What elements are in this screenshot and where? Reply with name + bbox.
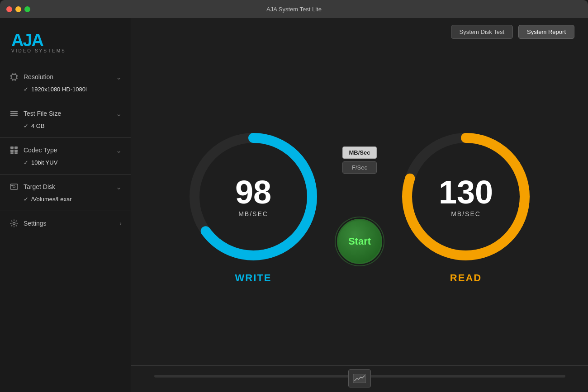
- titlebar: AJA System Test Lite: [0, 0, 588, 18]
- window-controls: [6, 6, 30, 12]
- svg-text:VIDEO SYSTEMS: VIDEO SYSTEMS: [11, 48, 66, 53]
- app-title: AJA System Test Lite: [266, 6, 322, 13]
- f-sec-button[interactable]: F/Sec: [342, 161, 377, 174]
- close-button[interactable]: [6, 6, 12, 12]
- test-file-size-section: Test File Size ⌄ ✓ 4 GB: [0, 103, 131, 136]
- minimize-button[interactable]: [15, 6, 21, 12]
- codec-type-value: 10bit YUV: [31, 159, 57, 166]
- svg-rect-20: [10, 150, 14, 152]
- mb-sec-button[interactable]: MB/Sec: [342, 146, 377, 159]
- resolution-label: Resolution: [24, 73, 116, 80]
- chart-icon: [353, 374, 366, 383]
- sidebar: AJA VIDEO SYSTEMS: [0, 18, 131, 392]
- chart-button[interactable]: [348, 369, 371, 387]
- divider-3: [0, 174, 131, 175]
- svg-rect-15: [10, 111, 18, 112]
- target-disk-label: Target Disk: [24, 183, 116, 190]
- grid-icon: [9, 145, 19, 155]
- read-gauge: 130 MB/SEC READ: [396, 127, 536, 284]
- svg-rect-18: [10, 146, 14, 149]
- test-file-size-label: Test File Size: [24, 110, 116, 117]
- system-report-button[interactable]: System Report: [518, 25, 574, 39]
- svg-rect-21: [14, 150, 18, 152]
- gear-icon: [9, 218, 19, 228]
- codec-type-label: Codec Type: [24, 146, 116, 154]
- write-gauge-ring: [183, 127, 323, 267]
- cpu-icon: [9, 72, 19, 82]
- aja-logo: AJA VIDEO SYSTEMS: [9, 29, 72, 54]
- unit-selector: MB/Sec F/Sec: [342, 146, 377, 174]
- resolution-chevron: ⌄: [116, 73, 122, 81]
- test-file-size-value: 4 GB: [31, 123, 45, 129]
- test-file-size-row[interactable]: Test File Size ⌄: [0, 106, 131, 121]
- settings-section: Settings ›: [0, 213, 131, 234]
- top-bar: System Disk Test System Report: [131, 18, 588, 45]
- svg-point-25: [13, 186, 15, 188]
- target-disk-value-row: ✓ /Volumes/Lexar: [0, 194, 131, 206]
- resolution-value: 1920x1080 HD-1080i: [31, 86, 87, 93]
- gauge-area: 98 MB/SEC WRITE MB/Sec F/Sec Start: [131, 45, 588, 365]
- svg-rect-22: [10, 152, 14, 154]
- write-gauge-svg-wrap: 98 MB/SEC: [183, 127, 323, 267]
- codec-type-section: Codec Type ⌄ ✓ 10bit YUV: [0, 140, 131, 172]
- start-button[interactable]: Start: [337, 219, 382, 264]
- write-gauge-label: WRITE: [235, 272, 272, 284]
- logo-area: AJA VIDEO SYSTEMS: [0, 25, 131, 66]
- disk-icon: [9, 182, 19, 192]
- bottom-bar: [131, 365, 588, 392]
- codec-type-check: ✓: [24, 159, 28, 166]
- divider-1: [0, 101, 131, 101]
- test-file-size-value-row: ✓ 4 GB: [0, 121, 131, 133]
- test-file-size-chevron: ⌄: [116, 109, 122, 118]
- svg-rect-2: [12, 75, 16, 79]
- target-disk-check: ✓: [24, 196, 28, 203]
- settings-row[interactable]: Settings ›: [0, 216, 131, 231]
- svg-rect-17: [10, 115, 18, 116]
- divider-4: [0, 211, 131, 211]
- settings-chevron-right: ›: [119, 220, 122, 227]
- svg-point-27: [13, 222, 15, 225]
- target-disk-value: /Volumes/Lexar: [31, 196, 72, 203]
- resolution-section: Resolution ⌄ ✓ 1920x1080 HD-1080i: [0, 66, 131, 99]
- divider-2: [0, 137, 131, 138]
- layers-icon: [9, 109, 19, 118]
- svg-rect-16: [10, 113, 18, 114]
- disk-test-button[interactable]: System Disk Test: [451, 25, 513, 39]
- svg-text:AJA: AJA: [11, 31, 44, 50]
- settings-label: Settings: [24, 220, 119, 227]
- main-content: AJA VIDEO SYSTEMS: [0, 18, 588, 392]
- svg-rect-26: [11, 185, 13, 186]
- read-gauge-svg-wrap: 130 MB/SEC: [396, 127, 536, 267]
- codec-type-row[interactable]: Codec Type ⌄: [0, 142, 131, 158]
- codec-type-chevron: ⌄: [116, 146, 122, 155]
- read-gauge-ring: [396, 127, 536, 267]
- read-gauge-label: READ: [450, 272, 482, 284]
- right-panel: System Disk Test System Report 98 MB/SEC…: [131, 18, 588, 392]
- target-disk-row[interactable]: Target Disk ⌄: [0, 179, 131, 194]
- test-file-size-check: ✓: [24, 123, 28, 129]
- svg-rect-24: [10, 184, 18, 189]
- center-controls: MB/Sec F/Sec Start: [337, 146, 382, 264]
- resolution-check: ✓: [24, 86, 28, 93]
- maximize-button[interactable]: [24, 6, 30, 12]
- resolution-value-row: ✓ 1920x1080 HD-1080i: [0, 85, 131, 96]
- svg-rect-19: [14, 146, 18, 149]
- target-disk-section: Target Disk ⌄ ✓ /Volumes/Lexar: [0, 176, 131, 209]
- codec-type-value-row: ✓ 10bit YUV: [0, 158, 131, 170]
- write-gauge: 98 MB/SEC WRITE: [183, 127, 323, 284]
- target-disk-chevron: ⌄: [116, 183, 122, 191]
- svg-rect-23: [14, 152, 18, 154]
- resolution-row[interactable]: Resolution ⌄: [0, 69, 131, 85]
